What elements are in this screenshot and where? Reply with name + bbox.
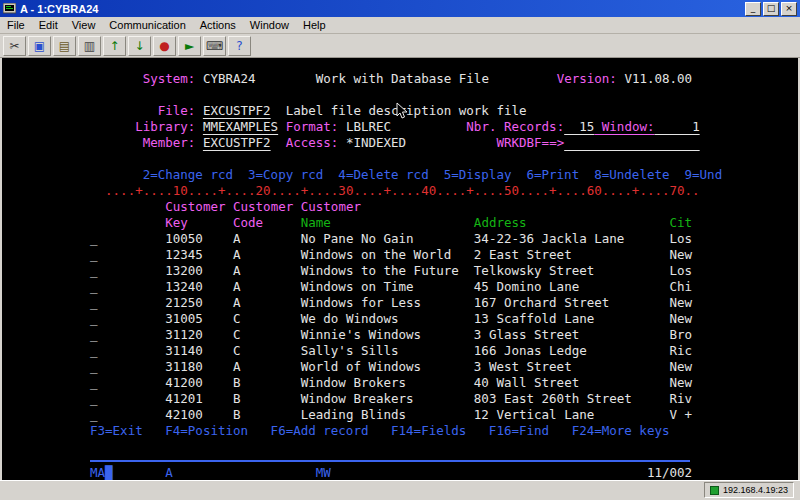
menu-window[interactable]: Window [243,18,296,32]
paste-icon: ▤ [59,39,70,53]
record-code: B [233,391,301,406]
terminal-text [271,135,286,150]
terminal-text: F3=Exit F4=Position F6=Add record F14=Fi… [90,423,669,438]
record-code: A [233,231,301,246]
option-field[interactable]: _ [90,343,98,358]
terminal-text: Name [301,215,331,230]
record-city: V + [670,407,693,422]
play-macro-button[interactable]: ► [178,36,201,56]
terminal-text: Key [165,215,188,230]
terminal-text [98,407,166,422]
terminal-line: MA█ A MW 11/002 [90,465,798,480]
terminal-text [90,199,165,214]
connection-icon [710,486,719,495]
keyboard-button[interactable]: ⌨ [203,36,226,56]
terminal-text [527,215,670,230]
terminal-line: Member: EXCUSTPF2 Access: *INDEXED WRKDB… [90,135,798,151]
receive-file-button[interactable]: ↓ [128,36,151,56]
oia-separator [90,460,690,462]
terminal-text [98,327,166,342]
option-field[interactable]: _ [90,391,98,406]
option-field[interactable]: _ [90,295,98,310]
record-key: 42100 [165,407,233,422]
record-key: 41201 [165,391,233,406]
terminal-text: System: [143,71,203,86]
record-address: 3 Glass Street [474,327,670,342]
option-field[interactable]: _ [90,359,98,374]
copy-button[interactable]: ▣ [28,36,51,56]
cursor-indicator: █ [105,465,113,480]
terminal-text [113,465,166,480]
record-name: Windows to the Future [301,263,474,278]
record-name: Winnie's Windows [301,327,474,342]
print-icon: ▥ [84,39,95,53]
record-name: Windows on the World [301,247,474,262]
terminal-line: _ 21250 A Windows for Less 167 Orchard S… [90,295,798,311]
option-field[interactable]: _ [90,311,98,326]
terminal-text: Code [233,215,263,230]
send-file-button[interactable]: ↑ [103,36,126,56]
paste-button[interactable]: ▤ [53,36,76,56]
record-code: A [233,359,301,374]
option-field[interactable]: _ [90,263,98,278]
terminal-line: _ 13240 A Windows on Time 45 Domino Lane… [90,279,798,295]
menu-help[interactable]: Help [296,18,333,32]
record-name: We do Windows [301,311,474,326]
cut-icon: ✂ [9,39,19,53]
terminal-text [331,215,474,230]
terminal-text [271,103,286,118]
toolbar: ✂▣▤▥↑↓●►⌨? [0,34,800,58]
terminal-text [98,343,166,358]
file-name-field[interactable]: EXCUSTPF2 [203,103,271,118]
menu-edit[interactable]: Edit [32,18,65,32]
menu-communication[interactable]: Communication [102,18,192,32]
option-field[interactable]: _ [90,247,98,262]
terminal-text [263,215,301,230]
menu-view[interactable]: View [65,18,103,32]
option-field[interactable]: _ [90,327,98,342]
terminal-text: Address [474,215,527,230]
record-city: New [670,295,693,310]
record-address: 803 East 260th Street [474,391,670,406]
terminal-text: Label file description work file [286,103,527,118]
record-address: 167 Orchard Street [474,295,670,310]
option-field[interactable]: _ [90,231,98,246]
member-field[interactable]: EXCUSTPF2 [203,135,271,150]
record-code: C [233,311,301,326]
terminal-text [489,71,557,86]
record-code: B [233,375,301,390]
record-city: Ric [670,343,693,358]
terminal-line: _ 41200 B Window Brokers 40 Wall Street … [90,375,798,391]
record-address: 40 Wall Street [474,375,670,390]
library-field[interactable]: MMEXAMPLES [203,119,278,134]
close-button[interactable]: × [781,2,797,16]
record-code: A [233,295,301,310]
record-macro-button[interactable]: ● [153,36,176,56]
command-field[interactable] [564,135,699,150]
terminal-text [90,215,165,230]
record-city: New [670,375,693,390]
window-field[interactable]: 1 [655,119,700,134]
minimize-button[interactable]: _ [745,2,761,16]
option-field[interactable]: _ [90,375,98,390]
maximize-button[interactable]: □ [763,2,779,16]
option-field[interactable]: _ [90,279,98,294]
record-code: C [233,343,301,358]
terminal-line: Key Code Name Address Cit [90,215,798,231]
option-field[interactable]: _ [90,407,98,422]
terminal-text: Member: [143,135,203,150]
record-code: B [233,407,301,422]
terminal-text [98,295,166,310]
terminal-screen[interactable]: System: CYBRA24 Work with Database File … [2,58,798,480]
terminal-text [98,263,166,278]
help-button[interactable]: ? [228,36,251,56]
terminal-line: _ 31180 A World of Windows 3 West Street… [90,359,798,375]
menu-actions[interactable]: Actions [193,18,243,32]
print-button[interactable]: ▥ [78,36,101,56]
menu-bar: FileEditViewCommunicationActionsWindowHe… [0,17,800,34]
cut-button[interactable]: ✂ [3,36,26,56]
terminal-text: File: [158,103,203,118]
terminal-text [98,391,166,406]
menu-file[interactable]: File [0,18,32,32]
terminal-text: LBLREC [346,119,391,134]
